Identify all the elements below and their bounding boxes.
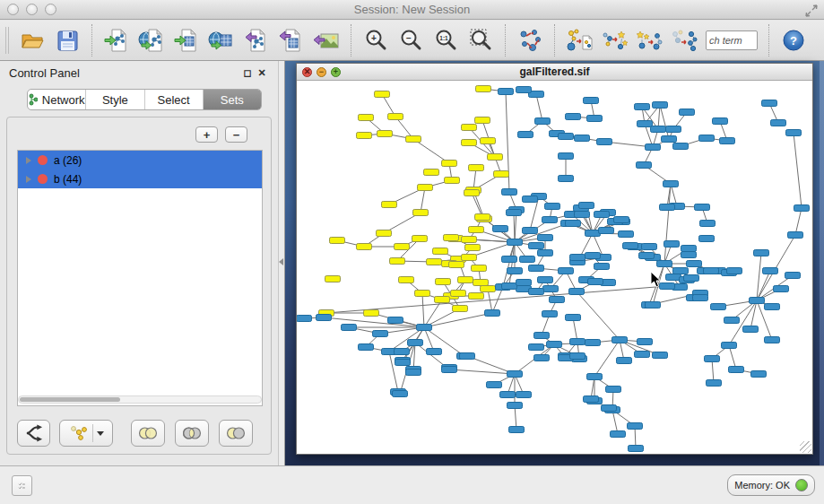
network-edge[interactable] [413, 139, 449, 163]
network-graph[interactable] [297, 81, 812, 454]
close-panel-icon[interactable]: ✕ [255, 67, 269, 79]
zoom-in-button[interactable]: + [362, 26, 389, 55]
search-input[interactable] [706, 30, 758, 50]
network-node[interactable] [518, 132, 533, 138]
network-node-selected[interactable] [388, 114, 403, 120]
network-node[interactable] [743, 326, 759, 333]
network-node[interactable] [588, 279, 603, 285]
network-node[interactable] [585, 230, 601, 237]
network-node[interactable] [559, 268, 574, 274]
network-node[interactable] [559, 176, 574, 182]
network-node[interactable] [507, 239, 523, 246]
network-node[interactable] [727, 268, 742, 274]
network-node-selected[interactable] [458, 277, 473, 283]
minimize-view-button[interactable]: − [317, 67, 326, 77]
panel-splitter[interactable] [278, 61, 285, 465]
intersect-sets-button[interactable] [175, 420, 209, 447]
network-node[interactable] [699, 236, 715, 242]
network-node[interactable] [666, 126, 681, 133]
network-view-window[interactable]: ✕ − + galFiltered.sif [296, 63, 813, 455]
network-node[interactable] [771, 120, 786, 126]
network-node[interactable] [570, 255, 585, 261]
network-node-selected[interactable] [413, 210, 429, 216]
horizontal-scrollbar[interactable] [18, 395, 262, 404]
resize-grip[interactable] [800, 441, 811, 453]
fullscreen-icon[interactable] [804, 4, 819, 18]
network-node[interactable] [599, 228, 614, 234]
network-node[interactable] [794, 205, 810, 212]
network-node-selected[interactable] [469, 165, 484, 171]
network-node[interactable] [395, 360, 411, 366]
collapse-panel-icon[interactable] [279, 258, 283, 265]
network-node[interactable] [660, 204, 675, 211]
network-node[interactable] [487, 382, 502, 388]
network-node[interactable] [388, 317, 403, 324]
network-node[interactable] [520, 256, 535, 263]
network-node[interactable] [724, 317, 740, 324]
network-node[interactable] [664, 181, 679, 187]
network-node-selected[interactable] [357, 244, 372, 250]
network-edge[interactable] [503, 242, 515, 287]
network-node[interactable] [704, 268, 719, 274]
minimize-window-button[interactable] [26, 4, 38, 15]
network-node-selected[interactable] [462, 237, 477, 243]
network-node[interactable] [579, 203, 594, 209]
network-node[interactable] [638, 339, 653, 345]
tab-network[interactable]: Network [28, 90, 86, 109]
network-node[interactable] [550, 297, 565, 303]
network-node[interactable] [499, 89, 514, 95]
network-node[interactable] [673, 268, 689, 274]
network-node-selected[interactable] [375, 91, 390, 98]
network-node-selected[interactable] [453, 306, 468, 312]
network-edge[interactable] [577, 291, 620, 340]
network-node-selected[interactable] [445, 178, 460, 184]
network-node[interactable] [729, 367, 744, 373]
network-edge[interactable] [794, 133, 802, 208]
network-node-selected[interactable] [444, 235, 459, 241]
network-node-selected[interactable] [395, 244, 410, 250]
network-node[interactable] [623, 243, 638, 249]
new-network-from-selection-button[interactable] [671, 26, 698, 55]
network-node[interactable] [657, 261, 672, 267]
network-node[interactable] [637, 162, 652, 169]
network-node[interactable] [570, 353, 585, 360]
network-node[interactable] [559, 134, 574, 140]
network-node[interactable] [762, 100, 777, 107]
network-node[interactable] [666, 274, 681, 281]
network-window-titlebar[interactable]: ✕ − + galFiltered.sif [297, 64, 812, 81]
network-node[interactable] [646, 302, 661, 308]
network-node[interactable] [529, 243, 544, 249]
network-edge[interactable] [509, 242, 515, 286]
network-edge[interactable] [573, 317, 577, 342]
network-edge[interactable] [472, 193, 482, 217]
network-node[interactable] [342, 325, 357, 331]
network-node[interactable] [393, 391, 408, 397]
network-node[interactable] [765, 337, 780, 343]
network-node[interactable] [606, 387, 621, 393]
network-node-selected[interactable] [481, 286, 496, 292]
apply-layout-button[interactable] [516, 26, 543, 55]
import-table-file-button[interactable] [173, 26, 200, 55]
network-node-selected[interactable] [382, 202, 397, 208]
network-node[interactable] [628, 423, 643, 430]
network-node[interactable] [774, 286, 789, 292]
network-node-selected[interactable] [442, 161, 457, 167]
network-node[interactable] [359, 344, 374, 351]
network-node[interactable] [516, 87, 532, 93]
import-table-url-button[interactable] [208, 26, 235, 55]
network-node[interactable] [523, 196, 538, 203]
network-edge[interactable] [424, 313, 492, 327]
close-window-button[interactable] [7, 4, 19, 15]
network-node[interactable] [612, 337, 628, 343]
network-node[interactable] [395, 349, 410, 355]
help-button[interactable]: ? [780, 26, 807, 55]
network-node[interactable] [566, 315, 581, 321]
network-node[interactable] [693, 295, 708, 301]
network-node[interactable] [629, 446, 644, 452]
network-node[interactable] [713, 118, 728, 125]
network-node[interactable] [681, 252, 697, 258]
network-node-selected[interactable] [427, 259, 442, 265]
network-node-selected[interactable] [377, 230, 392, 237]
network-node-selected[interactable] [359, 115, 374, 121]
network-edge[interactable] [660, 105, 669, 139]
